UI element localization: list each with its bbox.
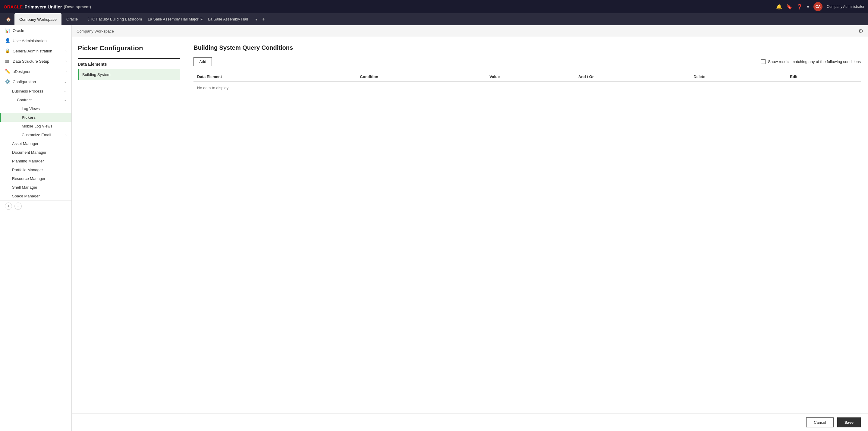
tabbar: 🏠 Company Workspace Oracle JHC Faculty B… (0, 13, 868, 25)
app-logo: ORACLE Primavera Unifier (Development) (4, 4, 91, 9)
app-name-text: Primavera Unifier (24, 4, 62, 9)
sidebar-footer: + − (0, 201, 71, 212)
show-results-checkbox[interactable] (761, 59, 766, 64)
main-layout: 📊 Oracle 👤 User Administration › 🔒 Gener… (0, 25, 868, 431)
chevron-icon: › (65, 39, 67, 42)
chevron-icon: › (65, 49, 67, 53)
sidebar-item-user-administration[interactable]: 👤 User Administration › (0, 36, 71, 46)
picker-config-title: Picker Configuration (78, 44, 180, 52)
picker-config-panel: Picker Configuration Data Elements Build… (72, 37, 186, 413)
tab-jhc[interactable]: JHC Faculty Building Bathroom ... (83, 13, 143, 25)
bookmark-icon[interactable]: 🔖 (786, 4, 792, 10)
sidebar-item-resource-manager[interactable]: Resource Manager (0, 174, 71, 183)
col-and-or: And / Or (575, 72, 690, 82)
col-value: Value (486, 72, 575, 82)
sidebar-item-contract[interactable]: Contract ⌄ (0, 96, 71, 104)
home-tab[interactable]: 🏠 (2, 13, 14, 25)
chevron-icon: ⌄ (64, 98, 67, 102)
chevron-icon: › (65, 70, 67, 73)
tab-company-workspace[interactable]: Company Workspace (14, 13, 61, 25)
notification-icon[interactable]: 🔔 (776, 4, 782, 10)
more-tabs-button[interactable]: ▾ (253, 13, 260, 25)
chart-icon: 📊 (5, 28, 10, 33)
tab-oracle[interactable]: Oracle (61, 13, 83, 25)
sidebar-add-button[interactable]: + (5, 203, 12, 210)
chevron-down-icon[interactable]: ▾ (807, 4, 809, 10)
sidebar-item-asset-manager[interactable]: Asset Manager (0, 139, 71, 148)
sidebar-item-data-structure-setup[interactable]: ▦ Data Structure Setup › (0, 56, 71, 66)
topbar-icons: 🔔 🔖 ❓ ▾ CA Company Administrator (776, 2, 864, 11)
env-label: (Development) (64, 4, 91, 9)
add-button[interactable]: Add (193, 57, 212, 66)
avatar[interactable]: CA (813, 2, 823, 11)
sidebar-item-business-process[interactable]: Business Process ⌄ (0, 87, 71, 96)
sidebar-item-mobile-log-views[interactable]: Mobile Log Views (0, 122, 71, 130)
cancel-button[interactable]: Cancel (806, 418, 833, 427)
sidebar-remove-button[interactable]: − (14, 203, 22, 210)
sidebar-item-shell-manager[interactable]: Shell Manager (0, 183, 71, 192)
data-elements-header: Data Elements (78, 59, 180, 69)
table-row-no-data: No data to display. (193, 82, 861, 94)
query-table: Data Element Condition Value And / Or De… (193, 72, 861, 94)
query-toolbar: Add Show results matching any of the fol… (193, 57, 861, 66)
sidebar-item-planning-manager[interactable]: Planning Manager (0, 157, 71, 165)
sidebar-item-log-views[interactable]: Log Views (0, 104, 71, 113)
pen-icon: ✏️ (5, 69, 10, 74)
oracle-logo-text: ORACLE (4, 4, 23, 9)
sidebar-item-configuration[interactable]: ⚙️ Configuration ⌄ (0, 76, 71, 87)
content-area: Company Workspace ⚙ Picker Configuration… (72, 25, 868, 431)
show-results-label: Show results matching any of the followi… (761, 59, 861, 64)
chevron-icon: › (65, 59, 67, 63)
topbar: ORACLE Primavera Unifier (Development) 🔔… (0, 0, 868, 13)
chevron-icon: ⌄ (64, 89, 67, 93)
username-label: Company Administrator (827, 4, 864, 9)
settings-icon[interactable]: ⚙ (858, 28, 863, 34)
tab-lasalle-major[interactable]: La Salle Assembly Hall Major Re... (143, 13, 203, 25)
add-tab-button[interactable]: + (260, 13, 268, 25)
col-data-element: Data Element (193, 72, 356, 82)
sidebar-item-portfolio-manager[interactable]: Portfolio Manager (0, 165, 71, 174)
data-element-building-system[interactable]: Building System (78, 69, 180, 80)
data-elements-section: Data Elements Building System (78, 58, 180, 80)
action-bar: Cancel Save (72, 413, 868, 431)
query-conditions-panel: Building System Query Conditions Add Sho… (186, 37, 868, 413)
save-button[interactable]: Save (837, 418, 861, 427)
gear-icon: ⚙️ (5, 79, 10, 84)
sidebar-item-udesigner[interactable]: ✏️ uDesigner › (0, 66, 71, 76)
col-condition: Condition (356, 72, 486, 82)
sidebar-item-pickers[interactable]: Pickers (0, 113, 71, 122)
col-delete: Delete (690, 72, 786, 82)
breadcrumb: Company Workspace (76, 29, 114, 33)
panels: Picker Configuration Data Elements Build… (72, 37, 868, 413)
lock-icon: 🔒 (5, 48, 10, 54)
sidebar-item-general-administration[interactable]: 🔒 General Administration › (0, 46, 71, 56)
sidebar: 📊 Oracle 👤 User Administration › 🔒 Gener… (0, 25, 72, 431)
grid-icon: ▦ (5, 59, 10, 64)
help-icon[interactable]: ❓ (797, 4, 803, 10)
query-conditions-title: Building System Query Conditions (193, 44, 861, 51)
sidebar-item-oracle[interactable]: 📊 Oracle (0, 25, 71, 36)
user-icon: 👤 (5, 38, 10, 43)
col-edit: Edit (786, 72, 861, 82)
tab-lasalle[interactable]: La Salle Assembly Hall (203, 13, 253, 25)
sidebar-item-space-manager[interactable]: Space Manager (0, 192, 71, 201)
breadcrumb-bar: Company Workspace ⚙ (72, 25, 868, 37)
chevron-icon: › (65, 133, 67, 137)
sidebar-item-customize-email[interactable]: Customize Email › (0, 130, 71, 139)
chevron-down-icon: ⌄ (64, 80, 67, 84)
sidebar-item-document-manager[interactable]: Document Manager (0, 148, 71, 157)
